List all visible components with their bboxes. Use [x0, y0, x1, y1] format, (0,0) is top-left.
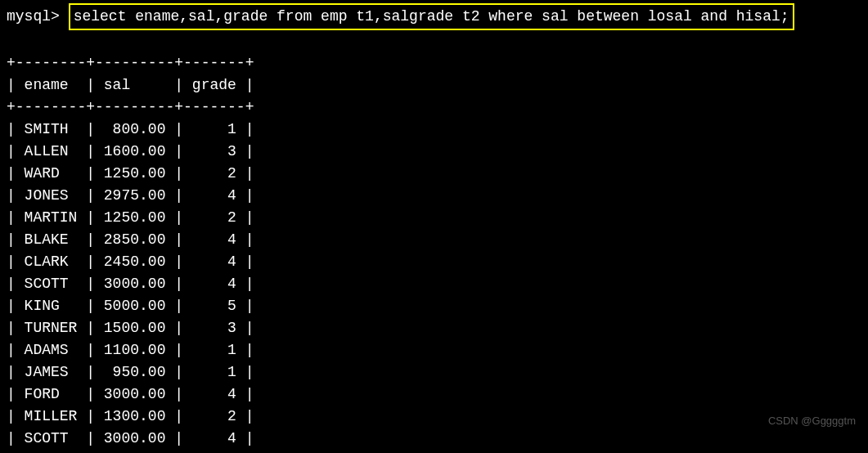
command-line[interactable]: mysql> select ename,sal,grade from emp t…	[7, 3, 861, 30]
table-row: | SMITH | 800.00 | 1 |	[7, 121, 254, 137]
table-row: | ADAMS | 1100.00 | 1 |	[7, 342, 254, 358]
table-row: | CLARK | 2450.00 | 4 |	[7, 253, 254, 270]
table-row: | FORD | 3000.00 | 4 |	[7, 386, 254, 402]
table-row: | SCOTT | 3000.00 | 4 |	[7, 276, 254, 292]
mysql-prompt: mysql>	[7, 6, 69, 28]
watermark-text: CSDN @Gggggtm	[768, 413, 856, 429]
table-row: | TURNER | 1500.00 | 3 |	[7, 320, 254, 336]
table-row: | JONES | 2975.00 | 4 |	[7, 187, 254, 204]
table-border-mid: +--------+---------+-------+	[7, 99, 254, 115]
table-row: | KING | 5000.00 | 5 |	[7, 298, 254, 314]
table-row: | SCOTT | 3000.00 | 4 |	[7, 430, 254, 446]
table-row: | JAMES | 950.00 | 1 |	[7, 364, 254, 380]
sql-query-highlight: select ename,sal,grade from emp t1,salgr…	[69, 3, 794, 30]
table-header: | ename | sal | grade |	[7, 77, 254, 93]
table-row: | WARD | 1250.00 | 2 |	[7, 165, 254, 182]
table-border-top: +--------+---------+-------+	[7, 55, 254, 71]
table-row: | BLAKE | 2850.00 | 4 |	[7, 231, 254, 248]
table-row: | ALLEN | 1600.00 | 3 |	[7, 143, 254, 159]
result-table: +--------+---------+-------+ | ename | s…	[7, 30, 861, 453]
table-row: | MARTIN | 1250.00 | 2 |	[7, 209, 254, 226]
table-row: | MILLER | 1300.00 | 2 |	[7, 408, 254, 424]
